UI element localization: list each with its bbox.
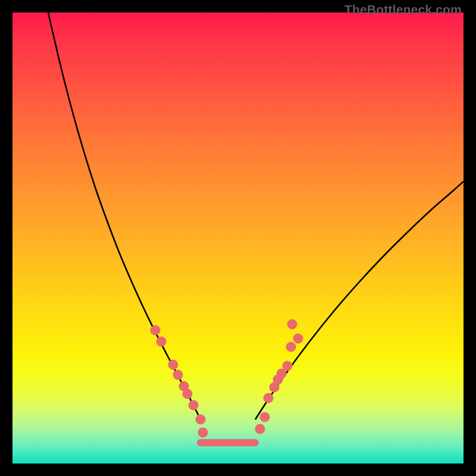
curve-marker <box>198 428 208 438</box>
curve-marker <box>277 369 287 379</box>
curve-marker <box>255 424 265 434</box>
curve-marker <box>168 360 178 370</box>
curve-marker <box>286 342 296 352</box>
curve-marker <box>264 393 274 403</box>
chart-frame: TheBottleneck.com <box>0 0 476 476</box>
curve-marker <box>196 415 206 425</box>
plot-area <box>12 12 464 464</box>
curve-marker <box>273 375 283 385</box>
curve-marker <box>189 400 199 411</box>
curve-marker <box>156 337 167 347</box>
curve-right-branch <box>255 181 464 419</box>
curve-marker <box>151 325 161 336</box>
curve-marker <box>270 383 280 393</box>
curve-marker <box>293 334 303 344</box>
watermark-label: TheBottleneck.com <box>345 2 462 17</box>
curve-marker <box>283 361 293 371</box>
curve-marker <box>260 412 270 422</box>
curve-markers <box>151 320 303 438</box>
curve-marker <box>287 320 298 330</box>
bottleneck-curve <box>12 12 464 464</box>
curve-left-branch <box>48 12 201 419</box>
curve-marker <box>179 381 189 392</box>
curve-marker <box>183 389 193 399</box>
curve-marker <box>173 370 183 380</box>
